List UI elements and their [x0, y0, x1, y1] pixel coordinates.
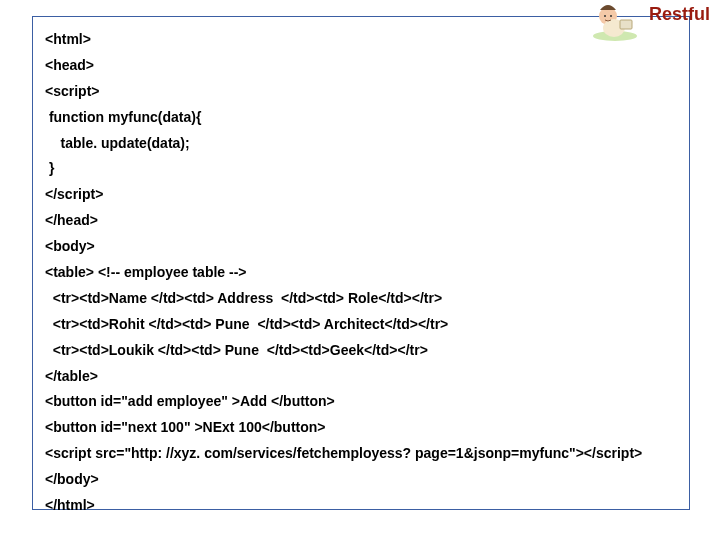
code-line: <button id="next 100" >NExt 100</button>: [45, 415, 677, 441]
code-line: </head>: [45, 208, 677, 234]
code-line: <html>: [45, 27, 677, 53]
code-line: <tr><td>Name </td><td> Address </td><td>…: [45, 286, 677, 312]
code-line: <button id="add employee" >Add </button>: [45, 389, 677, 415]
code-line: function myfunc(data){: [45, 105, 677, 131]
code-line: <body>: [45, 234, 677, 260]
code-line: <tr><td>Loukik </td><td> Pune </td><td>G…: [45, 338, 677, 364]
code-line: <script src="http: //xyz. com/services/f…: [45, 441, 677, 467]
code-line: </body>: [45, 467, 677, 493]
code-line: <tr><td>Rohit </td><td> Pune </td><td> A…: [45, 312, 677, 338]
code-line: <table> <!-- employee table -->: [45, 260, 677, 286]
svg-point-5: [610, 15, 612, 17]
code-line: }: [45, 156, 677, 182]
code-line: <script>: [45, 79, 677, 105]
svg-rect-3: [620, 20, 632, 29]
code-line: </html>: [45, 493, 677, 519]
svg-point-4: [604, 15, 606, 17]
guru-illustration: [588, 2, 642, 42]
code-line: </script>: [45, 182, 677, 208]
code-line: <head>: [45, 53, 677, 79]
page-title: Restful: [649, 4, 710, 25]
code-line: table. update(data);: [45, 131, 677, 157]
code-snippet-box: <html> <head> <script> function myfunc(d…: [32, 16, 690, 510]
code-line: </table>: [45, 364, 677, 390]
